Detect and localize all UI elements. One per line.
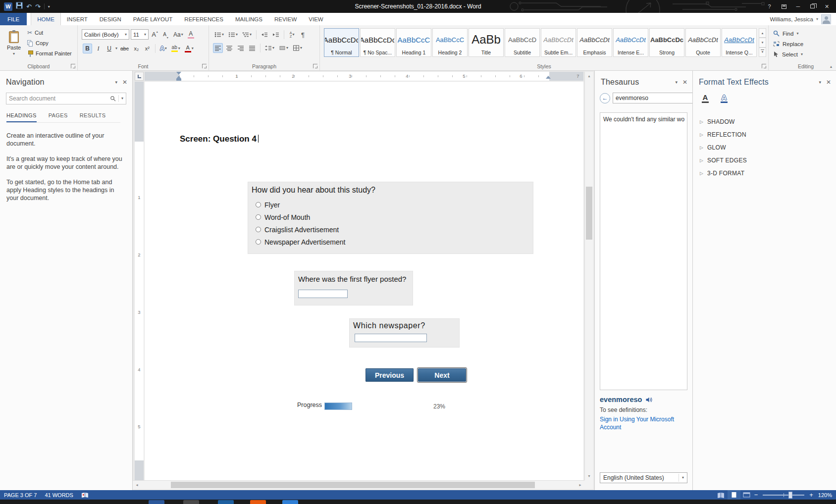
style-quote[interactable]: AaBbCcDtQuote [685,28,721,57]
font-color-button[interactable]: A▾ [183,44,195,53]
change-case-button[interactable]: Aa▾ [172,30,185,40]
scroll-down-button[interactable]: ▾ [585,472,593,480]
select-button[interactable]: Select ▾ [769,49,836,59]
style-no-spacing[interactable]: AaBbCcDc¶ No Spac... [360,28,395,57]
font-dialog-launcher[interactable] [202,64,207,68]
style-subtitle[interactable]: AaBbCcDSubtitle [505,28,540,57]
print-layout-button[interactable] [728,490,740,500]
bullets-button[interactable]: ▾ [213,30,225,40]
text-effects-button[interactable]: A▾ [158,44,168,53]
option-craigslist[interactable]: Craigslist Advertisement [256,223,533,236]
align-right-button[interactable] [236,43,246,53]
decrease-indent-button[interactable] [260,30,269,40]
style-strong[interactable]: AaBbCcDcStrong [649,28,684,57]
zoom-out-button[interactable]: − [753,491,759,499]
chevron-down-icon[interactable]: ▾ [115,47,117,50]
paragraph-dialog-launcher[interactable] [313,64,317,68]
option-newspaper[interactable]: Newspaper Advertisement [256,236,533,248]
style-intense-quote[interactable]: AaBbCcDtIntense Q... [722,28,757,57]
subscript-button[interactable]: x₂ [132,44,141,53]
first-line-indent-marker[interactable] [176,72,181,75]
section-shadow[interactable]: ▷SHADOW [700,115,836,128]
option-word-of-mouth[interactable]: Word-of Mouth [256,211,533,223]
underline-button[interactable]: U [104,44,114,53]
search-options-icon[interactable]: ▾ [121,97,123,101]
right-indent-marker[interactable] [546,76,551,79]
taskbar-icon[interactable] [282,500,298,504]
taskbar-icon[interactable] [218,500,234,504]
clipboard-dialog-launcher[interactable] [71,64,75,68]
justify-button[interactable] [247,43,257,53]
tab-mailings[interactable]: MAILINGS [229,13,268,25]
zoom-in-button[interactable]: + [808,491,814,499]
word-count[interactable]: 41 WORDS [41,490,77,500]
paste-button[interactable]: Paste ▾ [3,27,25,60]
close-icon[interactable]: ✕ [122,79,127,86]
highlight-button[interactable]: ab▾ [170,44,182,53]
radio-icon[interactable] [256,214,261,220]
italic-button[interactable]: I [94,44,103,53]
cut-button[interactable]: ✂ Cut [25,28,74,38]
find-button[interactable]: Find ▾ [769,28,836,39]
save-icon[interactable] [16,2,23,11]
scroll-left-button[interactable]: ◂ [133,481,141,489]
font-size-combo[interactable]: 11 ▾ [131,29,149,40]
nav-tab-pages[interactable]: PAGES [49,112,68,122]
ribbon-display-options-button[interactable] [777,1,791,11]
nav-tab-results[interactable]: RESULTS [80,112,106,122]
style-normal[interactable]: AaBbCcDc¶ Normal [324,28,359,57]
zoom-slider-thumb[interactable] [788,492,792,499]
style-heading-2[interactable]: AaBbCcCHeading 2 [432,28,468,57]
grow-font-button[interactable]: A▴ [150,30,159,40]
show-formatting-marks-button[interactable]: ¶ [298,30,308,40]
word-app-icon[interactable]: W [4,2,12,11]
tab-home[interactable]: HOME [31,13,61,25]
scrollbar-thumb[interactable] [586,187,592,240]
tab-view[interactable]: VIEW [303,13,329,25]
radio-icon[interactable] [256,227,261,232]
sort-button[interactable]: AZ▾ [287,30,297,40]
styles-scroll-up[interactable]: ▴ [759,28,766,38]
undo-icon[interactable]: ↶ [26,3,32,10]
previous-button[interactable]: Previous [366,368,414,382]
page-indicator[interactable]: PAGE 3 OF 7 [0,490,41,500]
strikethrough-button[interactable]: abc [119,44,130,53]
align-center-button[interactable] [224,43,234,53]
close-icon[interactable]: ✕ [826,79,831,86]
styles-gallery-more[interactable]: ▾ [759,48,766,57]
styles-scroll-down[interactable]: ▾ [759,38,766,47]
thesaurus-search-input[interactable] [616,95,692,101]
multilevel-list-button[interactable]: ▾ [241,30,253,40]
text-fill-outline-tab[interactable]: A [700,93,711,103]
clear-formatting-button[interactable]: A [186,30,196,40]
radio-icon[interactable] [256,202,261,207]
question3-input[interactable] [355,334,427,342]
section-glow[interactable]: ▷GLOW [700,141,836,154]
horizontal-scrollbar[interactable]: ◂ ▸ [133,480,584,489]
back-button[interactable]: ← [600,93,610,103]
increase-indent-button[interactable] [271,30,281,40]
vertical-ruler[interactable]: 1 2 3 4 5 [135,82,144,480]
scrollbar-thumb[interactable] [171,482,535,488]
proofing-status-button[interactable] [77,490,93,500]
account-user[interactable]: Williams, Jessica ▾ [770,13,836,25]
line-spacing-button[interactable]: ▾ [263,43,276,53]
section-soft-edges[interactable]: ▷SOFT EDGES [700,154,836,167]
search-input[interactable] [9,95,107,102]
close-button[interactable]: ✕ [820,1,834,11]
collapse-ribbon-button[interactable]: ▴ [830,64,832,69]
replace-button[interactable]: Replace [769,39,836,49]
sign-in-link[interactable]: Sign in Using Your Microsoft Account [600,415,685,431]
pane-options-icon[interactable]: ▾ [675,80,678,85]
close-icon[interactable]: ✕ [682,79,687,86]
numbering-button[interactable]: ▾ [227,30,239,40]
style-intense-emphasis[interactable]: AaBbCcDtIntense E... [613,28,648,57]
web-layout-button[interactable] [740,490,753,500]
tab-selector-button[interactable] [135,72,144,81]
navigation-search-box[interactable]: ▾ [6,93,126,104]
tab-file[interactable]: FILE [0,13,27,25]
pane-options-icon[interactable]: ▾ [819,80,821,85]
document-page[interactable]: Screen: Question 4 How did you hear abou… [145,82,583,480]
shrink-font-button[interactable]: A▾ [161,30,170,40]
taskbar-icon[interactable] [250,500,266,504]
